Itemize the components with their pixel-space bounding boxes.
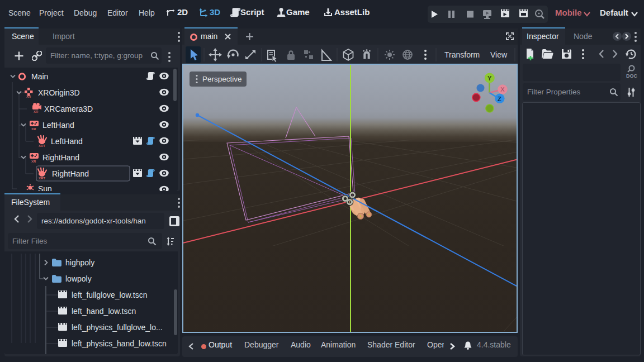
svg-text:LeftHand: LeftHand [42, 121, 74, 130]
svg-text:left_physics_hand_low.tscn: left_physics_hand_low.tscn [72, 339, 167, 348]
svg-text:Transform: Transform [444, 50, 480, 59]
svg-text:Y: Y [487, 75, 492, 82]
svg-text:lowpoly: lowpoly [65, 274, 92, 283]
svg-text:X: X [500, 86, 505, 93]
svg-text:left_physics_fullglove_lo...: left_physics_fullglove_lo... [72, 323, 163, 332]
svg-text:Sun: Sun [38, 184, 52, 191]
svg-text:RightHand: RightHand [52, 169, 89, 178]
svg-text:XRCamera3D: XRCamera3D [44, 104, 93, 113]
svg-text:XR: XR [31, 127, 36, 131]
svg-text:XROrigin3D: XROrigin3D [38, 88, 80, 97]
svg-text:Perspective: Perspective [202, 75, 242, 83]
svg-text:RightHand: RightHand [42, 153, 79, 162]
svg-text:Z: Z [498, 96, 501, 102]
svg-text:XR: XR [31, 160, 36, 163]
svg-text:Main: Main [31, 72, 48, 81]
svg-text:XRT: XRT [39, 177, 45, 180]
svg-text:left_hand_low.tscn: left_hand_low.tscn [72, 307, 136, 316]
svg-text:XR: XR [34, 110, 39, 113]
svg-text:LeftHand: LeftHand [51, 137, 83, 146]
svg-text:View: View [490, 50, 508, 59]
svg-text:highpoly: highpoly [65, 258, 94, 267]
svg-text:DOC: DOC [626, 73, 637, 79]
svg-text:left_fullglove_low.tscn: left_fullglove_low.tscn [72, 290, 147, 299]
svg-text:XRT: XRT [39, 144, 45, 147]
svg-text:XR: XR [26, 95, 31, 98]
